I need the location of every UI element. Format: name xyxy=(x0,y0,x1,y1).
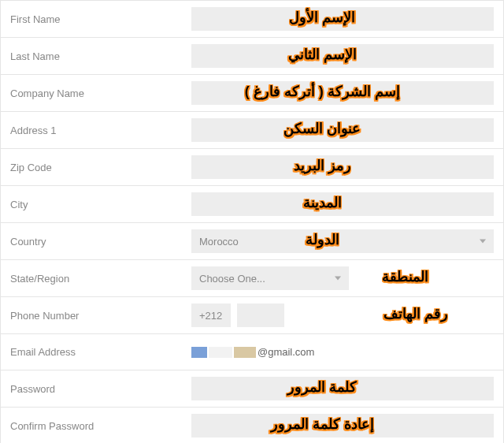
label-state-region: State/Region xyxy=(10,273,191,285)
company-name-input[interactable] xyxy=(191,81,494,105)
city-input[interactable] xyxy=(191,192,494,216)
zip-code-input[interactable] xyxy=(191,155,494,179)
country-value: Morocco xyxy=(199,236,239,248)
row-password: Password كلمة المرور xyxy=(0,370,504,408)
registration-form: First Name الإسم الأول Last Name الإسم ا… xyxy=(0,0,504,443)
label-password: Password xyxy=(10,383,191,395)
confirm-password-input[interactable] xyxy=(191,414,494,437)
email-value: @gmail.com xyxy=(191,346,314,358)
label-country: Country xyxy=(10,236,191,248)
label-city: City xyxy=(10,199,191,210)
blurred-segment xyxy=(234,347,256,358)
last-name-input[interactable] xyxy=(191,44,494,68)
label-company-name: Company Name xyxy=(10,87,191,99)
chevron-down-icon xyxy=(335,277,341,281)
row-company-name: Company Name إسم الشركة ( أتركه فارغ ) xyxy=(0,75,504,112)
label-first-name: First Name xyxy=(10,13,191,25)
state-region-value: Choose One... xyxy=(199,273,265,285)
label-address-1: Address 1 xyxy=(10,125,191,136)
row-address-1: Address 1 عنوان السكن xyxy=(0,112,504,149)
row-confirm-password: Confirm Password إعادة كلمة المرور xyxy=(0,408,504,443)
state-region-select[interactable]: Choose One... xyxy=(191,266,349,290)
row-email-address: Email Address @gmail.com xyxy=(0,334,504,370)
phone-number-input[interactable] xyxy=(237,303,284,327)
row-first-name: First Name الإسم الأول xyxy=(0,1,504,38)
password-input[interactable] xyxy=(191,377,494,400)
phone-prefix: +212 xyxy=(191,303,231,327)
label-phone-number: Phone Number xyxy=(10,310,191,322)
row-phone-number: Phone Number +212 رقم الهاتف xyxy=(0,297,504,334)
label-last-name: Last Name xyxy=(10,50,191,62)
blurred-segment xyxy=(209,347,232,358)
row-last-name: Last Name الإسم الثاني xyxy=(0,38,504,75)
row-city: City المدينة xyxy=(0,186,504,223)
row-country: Country Morocco الدولة xyxy=(0,223,504,260)
label-email-address: Email Address xyxy=(10,346,191,358)
row-state-region: State/Region Choose One... المنطقة xyxy=(0,260,504,297)
address-1-input[interactable] xyxy=(191,118,494,142)
row-zip-code: Zip Code رمز البريد xyxy=(0,149,504,186)
first-name-input[interactable] xyxy=(191,7,494,31)
blurred-segment xyxy=(191,347,207,358)
label-zip-code: Zip Code xyxy=(10,162,191,173)
email-domain: @gmail.com xyxy=(258,346,314,358)
chevron-down-icon xyxy=(480,240,486,244)
label-confirm-password: Confirm Password xyxy=(10,420,191,432)
country-select[interactable]: Morocco xyxy=(191,229,494,253)
